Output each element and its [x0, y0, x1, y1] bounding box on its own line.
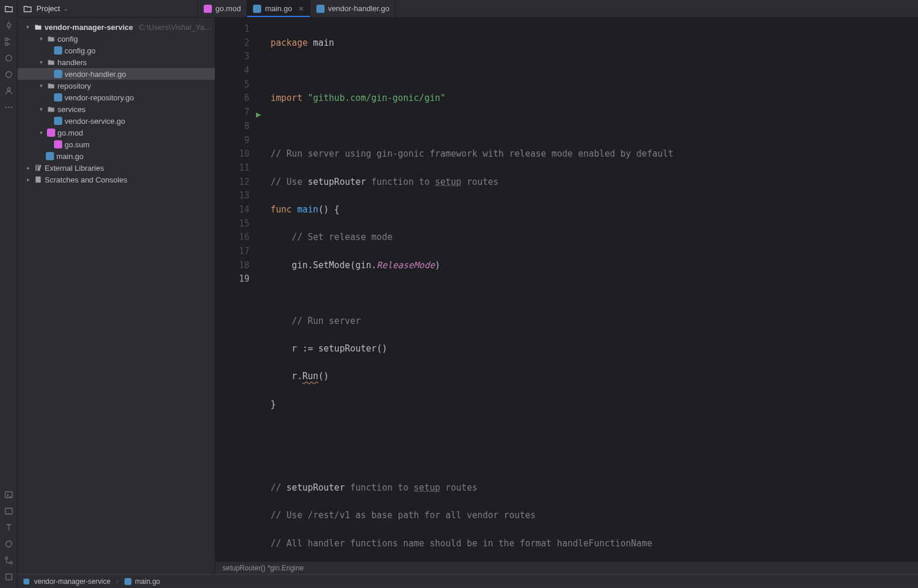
- module-icon: [22, 577, 31, 586]
- tab-label: go.mod: [215, 4, 241, 13]
- go-file-icon: [46, 152, 54, 160]
- chevron-down-icon[interactable]: ▾: [38, 36, 45, 42]
- go-mod-icon: [47, 129, 55, 137]
- tree-root[interactable]: ▾ vendor-manager-service C:\Users\Vishal…: [18, 21, 215, 33]
- folder-icon: [22, 4, 33, 14]
- tree-folder-repository[interactable]: ▾repository: [18, 80, 215, 92]
- project-title: Project: [36, 4, 60, 13]
- svg-point-12: [5, 557, 8, 559]
- editor: 1 2 3 4 5 6 7▶ 8 9 10 11 12 13 14: [215, 18, 918, 574]
- status-project[interactable]: vendor-manager-service: [34, 577, 110, 586]
- svg-rect-14: [6, 574, 12, 580]
- go-file-icon: [54, 117, 62, 125]
- status-bar: vendor-manager-service › main.go: [18, 574, 918, 588]
- terminal-tool-icon[interactable]: [4, 489, 14, 500]
- svg-point-13: [10, 562, 12, 564]
- tree-file-config-go[interactable]: config.go: [18, 45, 215, 56]
- go-file-icon: [54, 93, 62, 102]
- tree-file-go-mod[interactable]: ▾go.mod: [18, 127, 215, 138]
- folder-icon: [47, 82, 55, 90]
- vcs-tool-icon[interactable]: [4, 555, 14, 566]
- svg-rect-15: [36, 177, 41, 183]
- svg-point-6: [5, 107, 6, 109]
- build-tool-icon[interactable]: [4, 572, 14, 582]
- svg-point-5: [7, 88, 10, 91]
- tab-label: main.go: [265, 4, 292, 13]
- person-tool-icon[interactable]: [4, 86, 14, 96]
- folder-icon: [34, 23, 42, 31]
- run-gutter-icon[interactable]: ▶: [256, 108, 261, 122]
- svg-rect-2: [5, 43, 8, 45]
- debug-tool-icon[interactable]: [4, 539, 14, 549]
- code-editor[interactable]: 1 2 3 4 5 6 7▶ 8 9 10 11 12 13 14: [215, 18, 918, 561]
- top-bar: Project ⌄ go.mod main.go ✕ vendor-handle…: [18, 0, 918, 18]
- svg-point-7: [8, 107, 9, 109]
- svg-point-11: [6, 541, 12, 547]
- svg-point-4: [6, 72, 12, 77]
- code-content[interactable]: package main import "github.com/gin-goni…: [255, 18, 673, 561]
- tree-label: vendor-manager-service: [45, 23, 133, 32]
- tree-folder-handlers[interactable]: ▾handlers: [18, 56, 215, 68]
- scratch-icon: [34, 175, 42, 184]
- chevron-down-icon[interactable]: ▾: [38, 106, 45, 112]
- tree-scratches[interactable]: ▸Scratches and Consoles: [18, 174, 215, 185]
- folder-icon: [47, 105, 55, 113]
- go-sum-icon: [54, 140, 62, 148]
- ai-tool-icon[interactable]: [4, 506, 14, 516]
- project-tree[interactable]: ▾ vendor-manager-service C:\Users\Vishal…: [18, 18, 215, 574]
- go-mod-icon: [204, 5, 212, 13]
- svg-point-3: [6, 55, 12, 61]
- svg-rect-1: [5, 38, 8, 40]
- commit-tool-icon[interactable]: [4, 20, 14, 31]
- tree-folder-services[interactable]: ▾services: [18, 103, 215, 115]
- go-file-icon: [316, 5, 325, 13]
- svg-point-0: [7, 23, 11, 27]
- chevron-right-icon[interactable]: ▸: [25, 177, 32, 183]
- svg-rect-9: [5, 492, 12, 498]
- svg-rect-16: [23, 579, 29, 584]
- tree-file-vendor-handler[interactable]: vendor-handler.go: [18, 68, 215, 80]
- tree-file-vendor-repository[interactable]: vendor-repository.go: [18, 92, 215, 103]
- tree-file-vendor-service[interactable]: vendor-service.go: [18, 115, 215, 127]
- svg-point-8: [11, 107, 12, 109]
- tree-hint: C:\Users\Vishal_Yadav: [139, 23, 215, 32]
- chevron-down-icon[interactable]: ▾: [38, 59, 45, 65]
- chevron-down-icon[interactable]: ▾: [25, 24, 32, 30]
- library-icon: [34, 164, 42, 172]
- chevron-down-icon[interactable]: ▾: [38, 83, 45, 89]
- tree-external-libraries[interactable]: ▸External Libraries: [18, 162, 215, 174]
- folder-icon: [47, 58, 55, 66]
- chevron-right-icon[interactable]: ▸: [25, 165, 32, 171]
- more-tool-icon[interactable]: [4, 102, 14, 113]
- go-file-icon: [253, 5, 261, 13]
- tree-file-go-sum[interactable]: go.sum: [18, 138, 215, 150]
- structure-tool-icon[interactable]: [4, 36, 14, 47]
- go-file-icon: [54, 46, 62, 55]
- status-file[interactable]: main.go: [135, 577, 160, 586]
- tab-vendor-handler[interactable]: vendor-handler.go: [310, 0, 396, 17]
- circle-tool-icon[interactable]: [4, 53, 14, 63]
- editor-tabs: go.mod main.go ✕ vendor-handler.go: [198, 0, 396, 17]
- project-panel-header[interactable]: Project ⌄: [18, 0, 198, 17]
- gutter: 1 2 3 4 5 6 7▶ 8 9 10 11 12 13 14: [215, 18, 255, 561]
- activity-bar: [0, 0, 18, 588]
- svg-rect-10: [5, 508, 12, 514]
- tree-folder-config[interactable]: ▾config: [18, 33, 215, 45]
- tree-file-main-go[interactable]: main.go: [18, 150, 215, 162]
- close-icon[interactable]: ✕: [298, 5, 304, 13]
- breadcrumb-bar[interactable]: setupRouter() *gin.Engine: [215, 561, 918, 574]
- project-tool-icon[interactable]: [4, 4, 14, 14]
- tab-go-mod[interactable]: go.mod: [198, 0, 247, 17]
- circle2-tool-icon[interactable]: [4, 69, 14, 80]
- go-file-icon: [54, 70, 62, 78]
- chevron-down-icon[interactable]: ▾: [38, 130, 45, 136]
- tab-label: vendor-handler.go: [328, 4, 390, 13]
- folder-icon: [47, 35, 55, 43]
- go-file-icon: [124, 578, 131, 585]
- chevron-down-icon: ⌄: [63, 5, 68, 12]
- breadcrumb-text: setupRouter() *gin.Engine: [222, 564, 303, 572]
- text-tool-icon[interactable]: [4, 522, 14, 533]
- tab-main-go[interactable]: main.go ✕: [247, 0, 310, 17]
